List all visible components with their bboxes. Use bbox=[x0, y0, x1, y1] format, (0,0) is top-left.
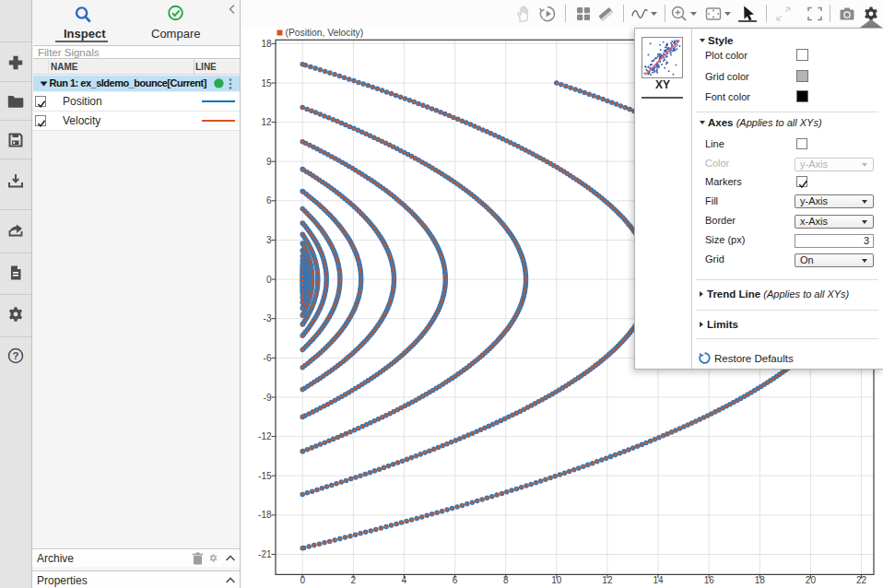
svg-text:3: 3 bbox=[266, 235, 272, 245]
svg-text:-18: -18 bbox=[258, 510, 272, 520]
svg-text:?: ? bbox=[12, 350, 18, 361]
svg-text:0: 0 bbox=[266, 275, 272, 285]
svg-text:22: 22 bbox=[856, 575, 867, 585]
svg-text:-21: -21 bbox=[258, 549, 272, 559]
svg-text:6: 6 bbox=[453, 575, 458, 585]
svg-text:-15: -15 bbox=[258, 471, 272, 481]
svg-text:12: 12 bbox=[261, 117, 272, 127]
svg-text:14: 14 bbox=[653, 575, 664, 585]
svg-text:8: 8 bbox=[503, 575, 509, 585]
svg-text:16: 16 bbox=[704, 575, 715, 585]
svg-text:-12: -12 bbox=[258, 431, 272, 441]
svg-text:15: 15 bbox=[261, 78, 272, 88]
svg-text:2: 2 bbox=[351, 575, 357, 585]
svg-text:12: 12 bbox=[602, 575, 613, 585]
svg-text:(Position, Velocity): (Position, Velocity) bbox=[286, 28, 364, 38]
svg-text:9: 9 bbox=[266, 157, 272, 167]
svg-text:20: 20 bbox=[806, 575, 817, 585]
svg-text:0: 0 bbox=[300, 575, 305, 585]
svg-text:18: 18 bbox=[261, 39, 272, 49]
svg-text:-3: -3 bbox=[264, 313, 272, 323]
svg-text:4: 4 bbox=[402, 575, 407, 585]
svg-text:-6: -6 bbox=[264, 353, 272, 363]
svg-text:10: 10 bbox=[551, 575, 562, 585]
svg-text:6: 6 bbox=[266, 195, 272, 206]
svg-text:-9: -9 bbox=[264, 393, 272, 403]
svg-text:18: 18 bbox=[755, 575, 766, 585]
